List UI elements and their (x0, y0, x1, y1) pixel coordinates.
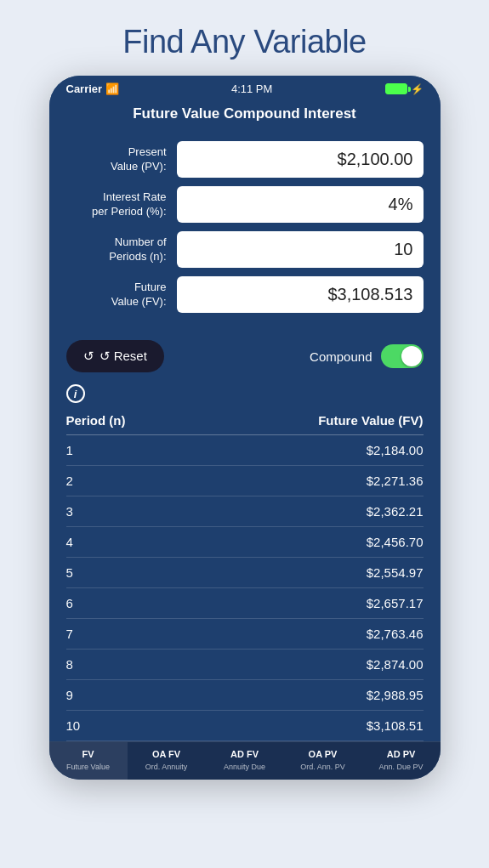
table-row: 10 $3,108.51 (66, 711, 424, 741)
form-section: PresentValue (PV): Interest Rateper Peri… (49, 134, 441, 333)
rate-label: Interest Rateper Period (%): (66, 190, 177, 219)
controls-row: ↺ ↺ Reset Compound (49, 333, 441, 383)
pv-label: PresentValue (PV): (66, 145, 177, 174)
rate-input[interactable] (177, 186, 424, 223)
fv-cell: $2,988.95 (367, 688, 424, 702)
phone-shell: Carrier 📶 4:11 PM ⚡ Future Value Compoun… (49, 76, 441, 780)
battery-area: ⚡ (385, 83, 424, 95)
table-row: 4 $2,456.70 (66, 527, 424, 558)
period-cell: 1 (66, 443, 73, 457)
tab-label-3: Ord. Ann. PV (300, 763, 345, 771)
periods-label: Number ofPeriods (n): (66, 235, 177, 264)
tab-icon-1: OA FV (152, 749, 180, 760)
fv-cell: $2,184.00 (367, 443, 424, 457)
table-row: 8 $2,874.00 (66, 650, 424, 680)
compound-label: Compound (310, 349, 372, 364)
fv-cell: $2,271.36 (367, 474, 424, 488)
reset-label: ↺ Reset (100, 349, 147, 364)
pv-row: PresentValue (PV): (66, 141, 424, 178)
fv-cell: $2,456.70 (367, 535, 424, 549)
tab-label-0: Future Value (66, 763, 110, 771)
app-header: Future Value Compound Interest (49, 99, 441, 134)
periods-input[interactable] (177, 231, 424, 268)
time-label: 4:11 PM (231, 82, 272, 95)
pv-input[interactable] (177, 141, 424, 178)
fv-row: FutureValue (FV): (66, 276, 424, 313)
period-cell: 8 (66, 657, 73, 672)
period-cell: 5 (66, 565, 73, 580)
table-row: 7 $2,763.46 (66, 619, 424, 650)
table-row: 9 $2,988.95 (66, 680, 424, 711)
col2-header: Future Value (FV) (318, 413, 423, 428)
period-cell: 7 (66, 627, 73, 641)
period-cell: 10 (66, 718, 81, 733)
tab-icon-0: FV (82, 749, 94, 760)
table-row: 5 $2,554.97 (66, 558, 424, 588)
col1-header: Period (n) (66, 413, 126, 428)
tab-label-1: Ord. Annuity (145, 763, 188, 771)
table-row: 6 $2,657.17 (66, 588, 424, 619)
fv-cell: $2,874.00 (367, 657, 424, 672)
table-row: 2 $2,271.36 (66, 466, 424, 496)
table-row: 1 $2,184.00 (66, 435, 424, 466)
fv-cell: $2,763.46 (367, 627, 424, 641)
carrier-label: Carrier 📶 (66, 82, 119, 95)
table-rows-container: 1 $2,184.00 2 $2,271.36 3 $2,362.21 4 $2… (66, 435, 424, 741)
app-header-title: Future Value Compound Interest (133, 105, 356, 122)
period-cell: 2 (66, 474, 73, 488)
tab-icon-4: AD PV (387, 749, 416, 760)
battery-icon (385, 83, 407, 94)
fv-cell: $2,362.21 (367, 504, 424, 519)
compound-toggle[interactable] (381, 344, 424, 368)
wifi-icon: 📶 (105, 82, 119, 95)
info-button[interactable]: i (66, 384, 85, 403)
compound-toggle-group: Compound (310, 344, 423, 368)
tab-icon-2: AD FV (230, 749, 259, 760)
period-cell: 4 (66, 535, 73, 549)
tab-item-2[interactable]: AD FV Annuity Due (206, 742, 284, 780)
rate-row: Interest Rateper Period (%): (66, 186, 424, 223)
fv-cell: $3,108.51 (367, 718, 424, 733)
table-section: Period (n) Future Value (FV) 1 $2,184.00… (49, 408, 441, 741)
table-row: 3 $2,362.21 (66, 496, 424, 527)
tab-item-1[interactable]: OA FV Ord. Annuity (128, 742, 206, 780)
fv-input[interactable] (177, 276, 424, 313)
fv-label: FutureValue (FV): (66, 281, 177, 309)
info-row: i (49, 383, 441, 408)
carrier-text: Carrier (66, 82, 103, 95)
fv-cell: $2,554.97 (367, 565, 424, 580)
fv-cell: $2,657.17 (367, 596, 424, 610)
tab-bar: FV Future Value OA FV Ord. Annuity AD FV… (49, 741, 441, 780)
period-cell: 3 (66, 504, 73, 519)
table-header: Period (n) Future Value (FV) (66, 408, 424, 435)
tab-icon-3: OA PV (309, 749, 338, 760)
reset-button[interactable]: ↺ ↺ Reset (66, 340, 164, 372)
tab-item-4[interactable]: AD PV Ann. Due PV (362, 742, 441, 780)
lightning-icon: ⚡ (411, 83, 424, 95)
period-cell: 6 (66, 596, 73, 610)
tab-item-3[interactable]: OA PV Ord. Ann. PV (284, 742, 362, 780)
period-cell: 9 (66, 688, 73, 702)
tab-label-4: Ann. Due PV (378, 763, 423, 771)
tab-label-2: Annuity Due (224, 763, 265, 771)
page-title: Find Any Variable (122, 0, 367, 76)
periods-row: Number ofPeriods (n): (66, 231, 424, 268)
tab-item-0[interactable]: FV Future Value (49, 742, 128, 780)
status-bar: Carrier 📶 4:11 PM ⚡ (49, 76, 441, 99)
reset-icon: ↺ (83, 349, 94, 364)
